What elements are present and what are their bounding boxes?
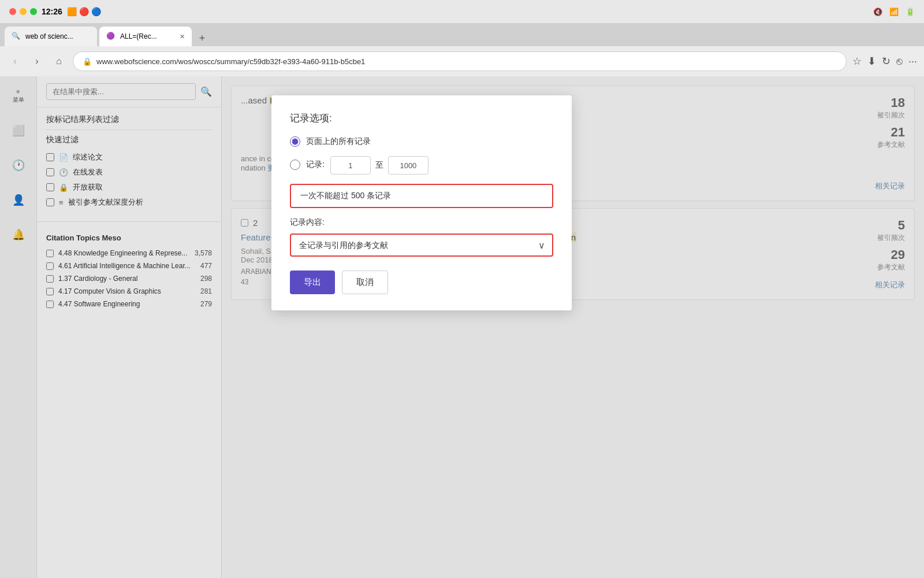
- tab-all-rec[interactable]: 🟣 ALL=(Rec... ✕: [99, 27, 192, 46]
- tab2-favicon: 🟣: [106, 32, 116, 41]
- more-icon[interactable]: ···: [908, 55, 917, 68]
- tab1-favicon: 🔍: [12, 32, 21, 41]
- radio-all-records-label: 页面上的所有记录: [306, 136, 371, 147]
- forward-button[interactable]: ›: [29, 53, 45, 69]
- tabs-bar: 🔍 web of scienc... 🟣 ALL=(Rec... ✕ +: [0, 23, 924, 46]
- lock-icon: 🔒: [83, 57, 92, 66]
- close-window-btn[interactable]: [9, 8, 16, 15]
- tab2-label: ALL=(Rec...: [120, 32, 157, 40]
- system-time: 12:26: [42, 7, 62, 16]
- tab1-label: web of scienc...: [25, 32, 73, 40]
- minimize-window-btn[interactable]: [20, 8, 27, 15]
- modal-actions: 导出 取消: [290, 271, 553, 294]
- back-button[interactable]: ‹: [7, 53, 23, 69]
- radio-all-records[interactable]: 页面上的所有记录: [290, 136, 553, 147]
- cancel-button[interactable]: 取消: [342, 271, 388, 294]
- system-app-icons: 🟧 🔴 🔵: [67, 7, 101, 16]
- radio-group: 页面上的所有记录 记录: 至: [290, 136, 553, 175]
- address-bar-row: ‹ › ⌂ 🔒 www.webofscience.com/wos/woscc/s…: [0, 46, 924, 76]
- export-modal: 记录选项: 页面上的所有记录 记录: 至 一次不能超过 500 条记录 记录内容…: [271, 95, 572, 310]
- radio-range-records[interactable]: 记录: 至: [290, 155, 553, 175]
- tab-webofscience[interactable]: 🔍 web of scienc...: [5, 27, 97, 46]
- mute-icon: 🔇: [873, 8, 882, 16]
- system-bar: 12:26 🟧 🔴 🔵 🔇 📶 🔋: [0, 0, 924, 23]
- content-select[interactable]: 全记录与引用的参考文献 基本字段 自定义: [290, 234, 553, 257]
- radio-all-records-input[interactable]: [290, 136, 300, 147]
- range-to-input[interactable]: [388, 156, 429, 175]
- traffic-lights: [9, 8, 37, 15]
- wifi-icon: 📶: [889, 8, 899, 16]
- radio-range-label: 记录:: [306, 160, 325, 170]
- fullscreen-window-btn[interactable]: [30, 8, 37, 15]
- address-input[interactable]: 🔒 www.webofscience.com/wos/woscc/summary…: [73, 51, 847, 71]
- share-icon[interactable]: ⎋: [896, 55, 903, 68]
- error-message-text: 一次不能超过 500 条记录: [300, 191, 391, 200]
- radio-range-records-input[interactable]: [290, 160, 300, 170]
- system-bar-right: 🔇 📶 🔋: [873, 8, 915, 16]
- record-range: 至: [330, 156, 429, 175]
- range-separator: 至: [375, 160, 383, 171]
- bookmark-icon[interactable]: ☆: [852, 55, 862, 68]
- export-button[interactable]: 导出: [290, 271, 335, 294]
- content-select-wrapper: 全记录与引用的参考文献 基本字段 自定义 ∨: [290, 234, 553, 257]
- tab2-close-icon[interactable]: ✕: [180, 33, 185, 40]
- error-message-box: 一次不能超过 500 条记录: [290, 184, 553, 208]
- range-from-input[interactable]: [330, 156, 371, 175]
- modal-title: 记录选项:: [290, 112, 553, 125]
- home-button[interactable]: ⌂: [51, 53, 67, 69]
- system-bar-left: 12:26 🟧 🔴 🔵: [9, 7, 101, 16]
- address-text: www.webofscience.com/wos/woscc/summary/c…: [96, 57, 365, 66]
- refresh-icon[interactable]: ↻: [882, 55, 891, 68]
- content-label: 记录内容:: [290, 217, 553, 228]
- battery-icon: 🔋: [906, 8, 915, 16]
- address-actions: ☆ ⬇ ↻ ⎋ ···: [852, 55, 917, 68]
- new-tab-button[interactable]: +: [194, 30, 210, 46]
- download-icon[interactable]: ⬇: [867, 55, 876, 68]
